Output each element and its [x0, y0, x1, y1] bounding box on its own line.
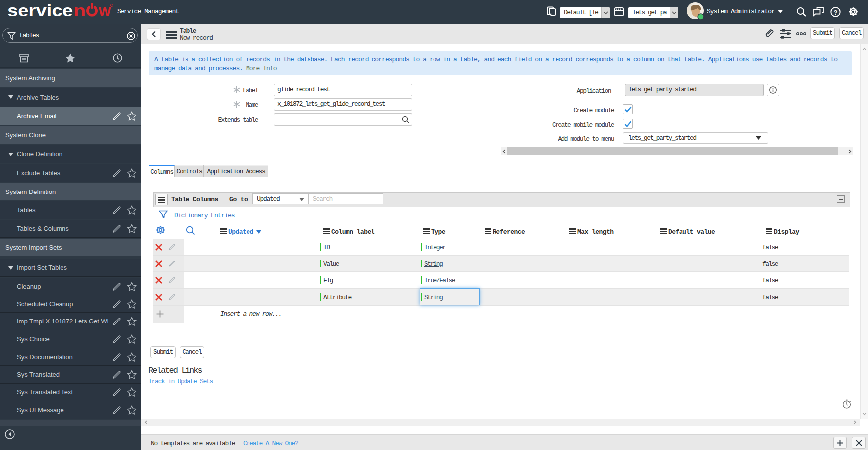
- svg-text:w: w: [98, 3, 111, 20]
- svg-text:?: ?: [834, 9, 838, 16]
- svg-text:n: n: [73, 3, 86, 20]
- svg-text:service: service: [7, 3, 73, 20]
